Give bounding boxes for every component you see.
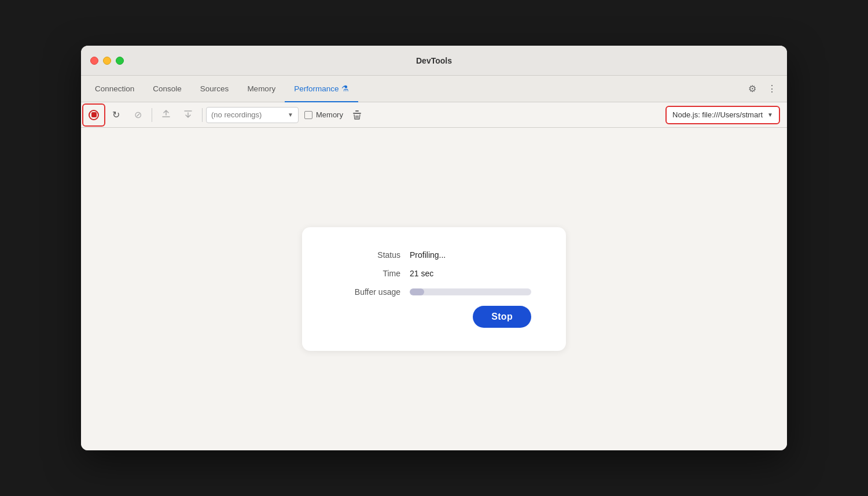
- separator-1: [152, 108, 152, 122]
- download-button[interactable]: [178, 105, 198, 125]
- upload-button[interactable]: [156, 105, 176, 125]
- status-value: Profiling...: [410, 250, 446, 260]
- clear-icon: ⊘: [134, 109, 142, 120]
- recordings-dropdown[interactable]: (no recordings) ▼: [206, 107, 299, 123]
- status-label: Status: [337, 250, 400, 260]
- node-target-dropdown[interactable]: Node.js: file:///Users/stmart ▼: [665, 106, 780, 124]
- stop-button-row: Stop: [337, 306, 531, 328]
- memory-label: Memory: [316, 110, 343, 119]
- minimize-button[interactable]: [103, 57, 111, 65]
- more-button[interactable]: ⋮: [764, 81, 780, 97]
- svg-rect-0: [353, 113, 361, 114]
- reload-button[interactable]: ↻: [105, 105, 126, 125]
- status-row: Status Profiling...: [337, 250, 531, 260]
- buffer-bar-fill: [410, 288, 424, 295]
- time-label: Time: [337, 269, 400, 278]
- time-row: Time 21 sec: [337, 269, 531, 278]
- performance-beaker-icon: ⚗: [341, 84, 349, 93]
- stop-button[interactable]: Stop: [473, 306, 531, 328]
- upload-icon: [161, 109, 171, 121]
- profiling-status-card: Status Profiling... Time 21 sec Buffer u…: [302, 227, 566, 351]
- tabbar-actions: ⚙ ⋮: [744, 76, 782, 102]
- tab-console[interactable]: Console: [144, 76, 191, 102]
- tab-memory[interactable]: Memory: [238, 76, 285, 102]
- recordings-placeholder: (no recordings): [211, 110, 262, 119]
- tabbar: Connection Console Sources Memory Perfor…: [81, 76, 787, 102]
- node-target-label: Node.js: file:///Users/stmart: [672, 110, 763, 119]
- buffer-bar: [410, 288, 531, 295]
- time-value: 21 sec: [410, 269, 433, 278]
- download-icon: [183, 109, 193, 121]
- memory-checkbox[interactable]: [304, 111, 312, 119]
- reload-icon: ↻: [112, 109, 120, 120]
- window-title: DevTools: [416, 56, 452, 65]
- record-icon: [89, 110, 99, 120]
- dropdown-arrow-icon: ▼: [288, 112, 293, 118]
- memory-area: Memory: [300, 110, 348, 119]
- record-button[interactable]: [83, 105, 104, 125]
- clean-button[interactable]: [349, 107, 365, 123]
- separator-2: [202, 108, 203, 122]
- more-icon: ⋮: [767, 83, 777, 94]
- close-button[interactable]: [90, 57, 98, 65]
- tab-connection[interactable]: Connection: [86, 76, 144, 102]
- maximize-button[interactable]: [116, 57, 124, 65]
- record-icon-square: [91, 112, 97, 117]
- devtools-window: DevTools Connection Console Sources Memo…: [81, 46, 787, 450]
- tab-sources[interactable]: Sources: [191, 76, 238, 102]
- gear-icon: ⚙: [748, 83, 756, 94]
- node-dropdown-arrow-icon: ▼: [767, 112, 773, 118]
- content-area: Status Profiling... Time 21 sec Buffer u…: [81, 128, 787, 450]
- traffic-lights: [90, 57, 124, 65]
- tab-performance[interactable]: Performance ⚗: [285, 76, 358, 102]
- svg-rect-1: [355, 110, 359, 112]
- buffer-row: Buffer usage: [337, 287, 531, 297]
- clear-button[interactable]: ⊘: [127, 105, 148, 125]
- toolbar: ↻ ⊘ (no recordings) ▼: [81, 102, 787, 128]
- buffer-label: Buffer usage: [337, 287, 400, 297]
- settings-button[interactable]: ⚙: [744, 81, 760, 97]
- titlebar: DevTools: [81, 46, 787, 76]
